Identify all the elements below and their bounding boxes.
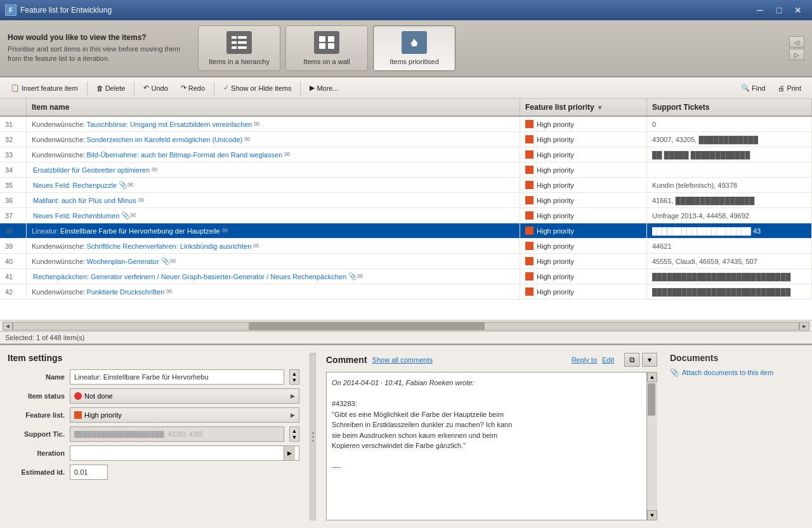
print-label: Print (787, 84, 801, 92)
table-area: Item name Feature list priority ▼ Suppor… (0, 99, 812, 344)
more-button[interactable]: ▶ More... (304, 81, 344, 95)
prioritised-icon (402, 31, 427, 54)
settings-form: Name ▲▼ Item status Not done ▶ Feature l… (8, 369, 299, 480)
item-status-label: Item status (8, 392, 65, 400)
insert-button[interactable]: 📋 Insert feature item (5, 81, 84, 95)
name-resize-handle[interactable]: ▲▼ (289, 369, 299, 385)
find-button[interactable]: 🔍 Find (735, 81, 771, 95)
feature-list-value: High priority (84, 411, 122, 419)
cell-priority: High priority (520, 254, 647, 268)
cell-num: 38 (0, 223, 27, 238)
bottom-panel: Item settings Name ▲▼ Item status Not do… (0, 344, 812, 528)
scroll-left-button[interactable]: ◄ (3, 322, 13, 331)
cell-support: ████████████████████ 43 (647, 223, 812, 238)
item-settings-title: Item settings (8, 353, 299, 363)
item-label: Kundenwünsche: (32, 136, 85, 143)
item-status-arrow: ▶ (291, 393, 295, 399)
iteration-row: Iteration ▶ (8, 446, 299, 461)
edit-link[interactable]: Edit (602, 356, 614, 364)
table-row[interactable]: 36 Malifant: auch für Plus und Minus ✉ H… (0, 193, 812, 208)
show-hide-button[interactable]: ✓ Show or Hide items (218, 81, 297, 95)
cell-priority: High priority (520, 223, 647, 238)
table-row[interactable]: 33 Kundenwünsche: Bild-Übernahme: auch b… (0, 147, 812, 162)
item-name: Schriftliche Rechenverfahren: Linksbündi… (86, 242, 251, 250)
item-icon: ✉ (166, 287, 172, 296)
item-status-dropdown[interactable]: Not done ▶ (70, 388, 299, 404)
table-row[interactable]: 37 Neues Feld: Rechenblumen 📎✉ High prio… (0, 208, 812, 223)
panel-resize-handle[interactable] (310, 353, 316, 520)
nav-up-button[interactable]: ◁ (789, 36, 804, 48)
item-name: Einstellbare Farbe für Hervorhebung der … (60, 227, 220, 235)
cell-name: Malifant: auch für Plus und Minus ✉ (27, 193, 520, 208)
priority-box (525, 287, 534, 296)
table-row[interactable]: 42 Kundenwünsche: Punktierte Druckschrif… (0, 284, 812, 300)
show-all-comments-link[interactable]: Show all comments (372, 356, 433, 364)
item-label: Lineatur: (32, 227, 59, 235)
delete-button[interactable]: 🗑 Delete (91, 82, 131, 95)
main-container: How would you like to view the items? Pr… (0, 20, 812, 528)
cell-priority: High priority (520, 193, 647, 208)
support-label: Support Tic. (8, 430, 65, 438)
priority-value: High priority (537, 182, 574, 189)
svg-rect-5 (238, 46, 247, 49)
minimize-button[interactable]: ─ (751, 3, 769, 17)
cell-num: 32 (0, 132, 27, 147)
close-button[interactable]: ✕ (789, 3, 807, 17)
maximize-button[interactable]: □ (770, 3, 788, 17)
name-row: Name ▲▼ (8, 369, 299, 385)
attach-link[interactable]: 📎 Attach documents to this item (670, 368, 804, 377)
comment-copy-button[interactable]: ⧉ (624, 353, 639, 367)
svg-rect-4 (232, 46, 237, 49)
iteration-dropdown[interactable]: ▶ (70, 446, 299, 461)
feature-list-dropdown[interactable]: High priority ▶ (70, 407, 299, 423)
table-row[interactable]: 34 Ersatzbilder für Geobretter optimiere… (0, 162, 812, 178)
nav-down-button[interactable]: ▷ (789, 49, 804, 60)
name-input[interactable] (70, 369, 284, 385)
table-row[interactable]: 40 Kundenwünsche: Wochenplan-Generator 📎… (0, 254, 812, 269)
more-label: More... (317, 84, 338, 92)
cell-name: Rechenpäckchen: Generator verfeinern / N… (27, 269, 520, 284)
reply-to-link[interactable]: Reply to (572, 356, 597, 364)
print-button[interactable]: 🖨 Print (772, 82, 807, 95)
cell-support: ████████████████████████████ (647, 284, 812, 299)
item-label: Kundenwünsche: (32, 121, 85, 128)
comment-filter-button[interactable]: ▾ (642, 353, 657, 367)
redo-button[interactable]: ↷ Redo (175, 81, 211, 95)
table-row[interactable]: 41 Rechenpäckchen: Generator verfeinern … (0, 269, 812, 284)
priority-box (525, 166, 534, 174)
iteration-label: Iteration (8, 449, 65, 457)
cell-priority: High priority (520, 147, 647, 162)
item-icon: ✉ (254, 120, 259, 128)
comment-body[interactable]: On 2014-04-01 · 10:41, Fabian Roeken wro… (326, 372, 647, 520)
table-row[interactable]: 38 Lineatur: Einstellbare Farbe für Herv… (0, 223, 812, 239)
support-resize-handle[interactable]: ▲▼ (289, 426, 299, 442)
item-icon: 📎✉ (161, 257, 176, 265)
comment-scroll-track (647, 382, 657, 510)
comment-scroll-up[interactable]: ▲ (647, 372, 657, 382)
cell-priority: High priority (520, 162, 647, 177)
scroll-right-button[interactable]: ► (799, 322, 809, 331)
table-row[interactable]: 31 Kundenwünsche: Tauschbörse: Umgang mi… (0, 117, 812, 132)
view-prioritised-button[interactable]: Items prioritised (373, 25, 455, 71)
attach-icon: 📎 (670, 368, 679, 377)
support-input[interactable] (70, 426, 284, 442)
table-row[interactable]: 32 Kundenwünsche: Sonderzeichen im Karof… (0, 132, 812, 147)
view-wall-button[interactable]: Items on a wall (285, 25, 368, 71)
item-label: Kundenwünsche: (32, 288, 85, 296)
undo-label: Undo (151, 84, 167, 92)
svg-rect-9 (328, 43, 334, 49)
cell-name: Kundenwünsche: Wochenplan-Generator 📎✉ (27, 254, 520, 268)
undo-button[interactable]: ↶ Undo (138, 81, 173, 95)
table-row[interactable]: 39 Kundenwünsche: Schriftliche Rechenver… (0, 239, 812, 254)
attach-label: Attach documents to this item (682, 369, 773, 376)
comment-scroll-down[interactable]: ▼ (647, 510, 657, 520)
table-row[interactable]: 35 Neues Feld: Rechenpuzzle 📎✉ High prio… (0, 178, 812, 193)
show-hide-label: Show or Hide items (231, 84, 291, 92)
more-icon: ▶ (310, 84, 315, 92)
estimated-input[interactable] (70, 465, 108, 480)
view-hierarchy-button[interactable]: Items in a hierarchy (198, 25, 280, 71)
col-header-name: Item name (27, 99, 520, 116)
h-scrollbar[interactable] (13, 322, 799, 331)
item-icon: ✉ (152, 166, 157, 174)
cell-num: 31 (0, 117, 27, 131)
